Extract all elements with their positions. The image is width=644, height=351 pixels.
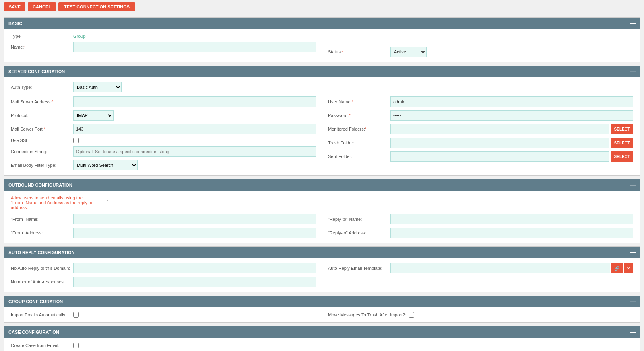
- status-select-wrap: Active Inactive: [390, 47, 427, 57]
- reply-to-name-label: "Reply-to" Name:: [328, 217, 390, 222]
- group-collapse-icon[interactable]: —: [630, 298, 636, 305]
- trash-folder-select-btn[interactable]: SELECT: [611, 138, 633, 148]
- outbound-config-body: Allow users to send emails using the "Fr…: [4, 191, 640, 243]
- monitored-folders-select-btn[interactable]: SELECT: [611, 124, 633, 134]
- case-config-section: CASE CONFIGURATION — Create Case from Em…: [4, 326, 640, 351]
- allow-users-checkbox[interactable]: [103, 200, 108, 205]
- group-config-title: GROUP CONFIGURATION: [8, 299, 63, 304]
- mail-server-label: Mail Server Address:*: [11, 99, 73, 104]
- protocol-row: Protocol: IMAP POP3 Exchange: [11, 110, 316, 121]
- trash-folder-row: Trash Folder: SELECT: [328, 138, 633, 148]
- auto-reply-section: AUTO REPLY CONFIGURATION — No Auto-Reply…: [4, 246, 640, 292]
- trash-folder-input[interactable]: [390, 138, 609, 148]
- move-messages-checkbox[interactable]: [409, 312, 414, 318]
- server-collapse-icon[interactable]: —: [630, 68, 636, 75]
- import-emails-row: Import Emails Automatically:: [11, 312, 316, 318]
- ssl-row: Use SSL:: [11, 138, 316, 143]
- auto-reply-template-delete-btn[interactable]: ✕: [624, 263, 633, 273]
- monitored-folders-label: Monitored Folders:*: [328, 127, 390, 131]
- create-case-checkbox[interactable]: [73, 343, 79, 348]
- save-button[interactable]: SAVE: [4, 2, 25, 11]
- from-name-row: "From" Name:: [11, 214, 316, 224]
- reply-to-address-input[interactable]: [390, 228, 633, 238]
- cancel-button[interactable]: CANCEL: [28, 2, 56, 11]
- from-address-input[interactable]: [73, 228, 316, 238]
- email-body-filter-select[interactable]: Multi Word Search Single Word Search: [73, 160, 138, 170]
- basic-right-col: Status:* Active Inactive: [328, 34, 633, 57]
- auto-reply-template-row: Auto Reply Email Template: 🔗 ✕: [328, 263, 633, 273]
- move-messages-row: Move Messages To Trash After Import?:: [328, 312, 633, 318]
- auto-reply-left-col: No Auto-Reply to this Domain: Number of …: [11, 263, 316, 287]
- outbound-collapse-icon[interactable]: —: [630, 182, 636, 188]
- mail-server-input[interactable]: [73, 96, 316, 107]
- group-config-body: Import Emails Automatically: Move Messag…: [4, 307, 640, 322]
- auto-reply-body: No Auto-Reply to this Domain: Number of …: [4, 258, 640, 292]
- connection-string-input[interactable]: [73, 146, 316, 157]
- allow-users-row: Allow users to send emails using the "Fr…: [11, 195, 633, 210]
- reply-to-address-row: "Reply-to" Address:: [328, 228, 633, 238]
- password-row: Password:*: [328, 110, 633, 121]
- from-name-input[interactable]: [73, 214, 316, 224]
- reply-to-name-row: "Reply-to" Name:: [328, 214, 633, 224]
- password-label: Password:*: [328, 113, 390, 118]
- case-collapse-icon[interactable]: —: [630, 329, 636, 335]
- trash-folder-label: Trash Folder:: [328, 140, 390, 145]
- password-input[interactable]: [390, 110, 633, 121]
- auth-type-select[interactable]: Basic Auth OAuth: [73, 82, 122, 92]
- auto-reply-collapse-icon[interactable]: —: [630, 249, 636, 256]
- no-auto-reply-input[interactable]: [73, 263, 316, 273]
- num-auto-responses-input[interactable]: [73, 277, 316, 287]
- group-config-left-col: Import Emails Automatically:: [11, 312, 316, 318]
- case-config-header: CASE CONFIGURATION —: [4, 326, 640, 338]
- email-body-filter-label: Email Body Filter Type:: [11, 163, 73, 168]
- server-config-body: Auth Type: Basic Auth OAuth Mail Server …: [4, 77, 640, 175]
- status-label: Status:*: [328, 49, 390, 54]
- status-select[interactable]: Active Inactive: [390, 47, 427, 57]
- sent-folder-input[interactable]: [390, 151, 609, 162]
- move-messages-label: Move Messages To Trash After Import?:: [328, 312, 409, 317]
- group-config-section: GROUP CONFIGURATION — Import Emails Auto…: [4, 296, 640, 323]
- monitored-folders-input[interactable]: [390, 124, 609, 134]
- type-row: Type: Group: [11, 34, 316, 39]
- connection-string-label: Connection String:: [11, 149, 73, 154]
- auto-reply-template-input[interactable]: [390, 263, 610, 273]
- num-auto-responses-label: Number of Auto-responses:: [11, 279, 73, 284]
- import-emails-label: Import Emails Automatically:: [11, 312, 73, 317]
- basic-collapse-icon[interactable]: —: [630, 20, 636, 27]
- create-case-row: Create Case from Email:: [11, 343, 633, 348]
- outbound-left-col: "From" Name: "From" Address:: [11, 214, 316, 238]
- name-input[interactable]: [73, 42, 316, 52]
- outbound-config-section: OUTBOUND CONFIGURATION — Allow users to …: [4, 179, 640, 243]
- import-emails-checkbox[interactable]: [73, 312, 79, 318]
- from-name-label: "From" Name:: [11, 217, 73, 222]
- toolbar: SAVE CANCEL TEST CONNECTION SETTINGS: [0, 0, 644, 14]
- from-address-row: "From" Address:: [11, 228, 316, 238]
- outbound-form-panel: "From" Name: "From" Address: "Reply-to" …: [11, 214, 633, 238]
- basic-section-title: BASIC: [8, 21, 22, 26]
- auto-reply-template-link-btn[interactable]: 🔗: [611, 263, 623, 273]
- auto-reply-right-col: Auto Reply Email Template: 🔗 ✕: [328, 263, 633, 287]
- username-row: User Name:*: [328, 96, 633, 107]
- auto-reply-header: AUTO REPLY CONFIGURATION —: [4, 247, 640, 258]
- reply-to-name-input[interactable]: [390, 214, 633, 224]
- mail-server-row: Mail Server Address:*: [11, 96, 316, 107]
- sent-folder-label: Sent Folder:: [328, 154, 390, 159]
- auto-reply-title: AUTO REPLY CONFIGURATION: [8, 250, 75, 255]
- from-address-label: "From" Address:: [11, 230, 73, 235]
- server-config-header: SERVER CONFIGURATION —: [4, 66, 640, 77]
- no-auto-reply-row: No Auto-Reply to this Domain:: [11, 263, 316, 273]
- protocol-select[interactable]: IMAP POP3 Exchange: [73, 110, 114, 121]
- ssl-checkbox[interactable]: [73, 138, 79, 143]
- group-config-form-panel: Import Emails Automatically: Move Messag…: [11, 312, 633, 318]
- auto-reply-form-panel: No Auto-Reply to this Domain: Number of …: [11, 263, 633, 287]
- basic-section: BASIC — Type: Group Name:* Stat: [4, 17, 640, 62]
- username-input[interactable]: [390, 96, 633, 107]
- sent-folder-select-btn[interactable]: SELECT: [611, 151, 633, 162]
- no-auto-reply-label: No Auto-Reply to this Domain:: [11, 266, 73, 271]
- port-input[interactable]: [73, 124, 316, 134]
- email-body-filter-row: Email Body Filter Type: Multi Word Searc…: [11, 160, 316, 170]
- connection-string-row: Connection String:: [11, 146, 316, 157]
- test-connection-button[interactable]: TEST CONNECTION SETTINGS: [58, 2, 135, 11]
- sent-folder-row: Sent Folder: SELECT: [328, 151, 633, 162]
- case-config-title: CASE CONFIGURATION: [8, 330, 59, 335]
